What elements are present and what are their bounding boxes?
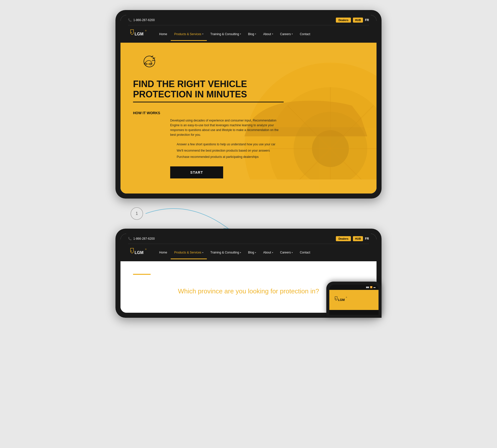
bottom-hub-button[interactable]: HUB xyxy=(353,236,363,241)
step-2-number: 2. xyxy=(170,149,174,153)
nav-careers-link[interactable]: Careers ▾ xyxy=(277,30,296,38)
dealers-button[interactable]: Dealers xyxy=(336,18,351,23)
svg-text:LGM: LGM xyxy=(135,250,144,255)
svg-text:®: ® xyxy=(346,297,347,298)
bottom-nav-contact-link[interactable]: Contact xyxy=(296,249,314,256)
svg-text:®: ® xyxy=(145,30,147,32)
phone-content: ✦ LGM ® xyxy=(329,290,379,310)
bottom-nav-training-link[interactable]: Training & Consulting ▾ xyxy=(207,249,244,256)
bottom-nav-blog-link[interactable]: Blog ▾ xyxy=(244,249,260,256)
three-steps: THREE STEPS, FIVE MINUTES Developed usin… xyxy=(170,110,284,178)
logo-area: ✦ LGM ® xyxy=(128,28,148,40)
bottom-nav-contact[interactable]: Contact xyxy=(296,249,314,256)
how-it-works-section: HOW IT WORKS THREE STEPS, FIVE MINUTES D… xyxy=(133,110,284,178)
nav-blog-link[interactable]: Blog ▾ xyxy=(244,30,260,38)
bottom-nav-products[interactable]: Products & Services ▾ xyxy=(171,249,207,256)
chevron-down-icon: ▾ xyxy=(292,33,293,35)
bottom-nav-home[interactable]: Home xyxy=(156,249,171,256)
phone-status-bar: ▮▮▮ 🛜 ▬ xyxy=(329,285,379,290)
bottom-chevron-about-icon: ▾ xyxy=(272,251,273,254)
car-protection-icon xyxy=(133,55,156,73)
svg-text:✦: ✦ xyxy=(131,32,132,33)
nav-home[interactable]: Home xyxy=(156,30,171,38)
hero-section: FIND THE RIGHT VEHICLE PROTECTION IN MIN… xyxy=(120,43,377,194)
navbar-main: ✦ LGM ® Home Products & Services xyxy=(128,25,369,43)
bottom-navbar-main: ✦ LGM ® Home Products & Services ▾ xyxy=(128,244,369,261)
bottom-chevron-training-icon: ▾ xyxy=(240,251,241,254)
steps-description: Developed using decades of experience an… xyxy=(170,118,284,138)
hero-content: FIND THE RIGHT VEHICLE PROTECTION IN MIN… xyxy=(133,55,284,178)
nav-training-link[interactable]: Training & Consulting ▾ xyxy=(207,30,244,38)
chevron-down-icon: ▾ xyxy=(202,33,203,35)
bottom-navbar-top: 📞 1-866-287-6200 Dealers HUB FR xyxy=(128,234,369,244)
bottom-nav-home-link[interactable]: Home xyxy=(156,249,171,256)
chevron-down-icon: ▾ xyxy=(272,33,273,35)
bottom-nav-blog[interactable]: Blog ▾ xyxy=(244,249,260,256)
bottom-phone-number: 📞 1-866-287-6200 xyxy=(128,237,155,240)
battery-icon: ▬ xyxy=(374,286,376,288)
svg-text:LGM: LGM xyxy=(338,298,345,302)
chevron-down-icon: ▾ xyxy=(240,33,241,35)
phone-number: 📞 1-866-287-6200 xyxy=(128,18,155,22)
top-tablet: 📞 1-866-287-6200 Dealers HUB FR xyxy=(115,10,382,199)
bottom-dealers-button[interactable]: Dealers xyxy=(336,236,351,241)
bottom-nav-about[interactable]: About ▾ xyxy=(260,249,276,256)
nav-careers[interactable]: Careers ▾ xyxy=(277,30,296,38)
phone-frame: ▮▮▮ 🛜 ▬ ✦ LGM ® xyxy=(326,282,382,318)
bottom-logo-area: ✦ LGM ® xyxy=(128,247,148,258)
signal-icon: ▮▮▮ xyxy=(366,286,369,288)
step-1: 1. Answer a few short questions to help … xyxy=(170,143,284,146)
hero-divider xyxy=(133,102,284,102)
bottom-nav-products-link[interactable]: Products & Services ▾ xyxy=(171,249,207,256)
bottom-nav-about-link[interactable]: About ▾ xyxy=(260,249,276,256)
nav-products-link[interactable]: Products & Services ▾ xyxy=(171,30,207,38)
steps-list: 1. Answer a few short questions to help … xyxy=(170,143,284,159)
bottom-lgm-logo: ✦ LGM ® xyxy=(128,247,148,258)
bottom-nav-careers-link[interactable]: Careers ▾ xyxy=(277,249,296,256)
svg-point-13 xyxy=(144,56,155,67)
svg-text:LGM: LGM xyxy=(135,32,144,36)
nav-about-link[interactable]: About ▾ xyxy=(260,30,276,38)
bottom-chevron-careers-icon: ▾ xyxy=(292,251,293,254)
phone-lgm-logo: ✦ LGM ® xyxy=(333,296,348,304)
lgm-logo: ✦ LGM ® xyxy=(128,28,148,40)
bottom-navbar: 📞 1-866-287-6200 Dealers HUB FR xyxy=(120,234,377,261)
chevron-down-icon: ▾ xyxy=(255,33,256,35)
nav-contact-link[interactable]: Contact xyxy=(296,30,314,38)
start-button[interactable]: START xyxy=(170,166,223,178)
navbar-top: 📞 1-866-287-6200 Dealers HUB FR xyxy=(128,15,369,25)
bottom-phone-icon: 📞 xyxy=(128,237,132,240)
step-1-number: 1. xyxy=(170,143,174,146)
step-2-text: We'll recommend the best protection prod… xyxy=(177,149,270,152)
province-top-bar xyxy=(133,274,151,275)
top-tablet-screen: 📞 1-866-287-6200 Dealers HUB FR xyxy=(120,15,377,194)
bottom-nav-careers[interactable]: Careers ▾ xyxy=(277,249,296,256)
step-2: 2. We'll recommend the best protection p… xyxy=(170,149,284,153)
phone-icon: 📞 xyxy=(128,18,132,22)
language-toggle[interactable]: FR xyxy=(365,18,369,22)
step-indicator: 1 xyxy=(131,207,143,220)
bottom-nav-training[interactable]: Training & Consulting ▾ xyxy=(207,249,244,256)
step-3: 3. Purchase recommended products at part… xyxy=(170,155,284,159)
bottom-chevron-blog-icon: ▾ xyxy=(255,251,256,254)
nav-about[interactable]: About ▾ xyxy=(260,30,276,38)
step-3-number: 3. xyxy=(170,155,174,159)
nav-blog[interactable]: Blog ▾ xyxy=(244,30,260,38)
navbar-top-right: Dealers HUB FR xyxy=(336,18,369,23)
steps-title: THREE STEPS, FIVE MINUTES xyxy=(170,110,284,115)
hub-button[interactable]: HUB xyxy=(353,18,363,23)
nav-products[interactable]: Products & Services ▾ xyxy=(171,30,207,38)
step-3-text: Purchase recommended products at partici… xyxy=(177,155,259,159)
how-it-works-label: HOW IT WORKS xyxy=(133,110,160,178)
nav-home-link[interactable]: Home xyxy=(156,30,171,38)
connector-arrow xyxy=(143,194,233,234)
bottom-chevron-products-icon: ▾ xyxy=(202,251,203,254)
phone-screen: ▮▮▮ 🛜 ▬ ✦ LGM ® xyxy=(329,285,379,315)
bottom-language-toggle[interactable]: FR xyxy=(365,237,369,240)
svg-text:®: ® xyxy=(145,248,147,250)
hero-title: FIND THE RIGHT VEHICLE PROTECTION IN MIN… xyxy=(133,79,284,100)
step-1-text: Answer a few short questions to help us … xyxy=(177,143,275,146)
nav-links: Home Products & Services ▾ Training & Co… xyxy=(156,30,369,38)
nav-contact[interactable]: Contact xyxy=(296,30,314,38)
nav-training[interactable]: Training & Consulting ▾ xyxy=(207,30,244,38)
